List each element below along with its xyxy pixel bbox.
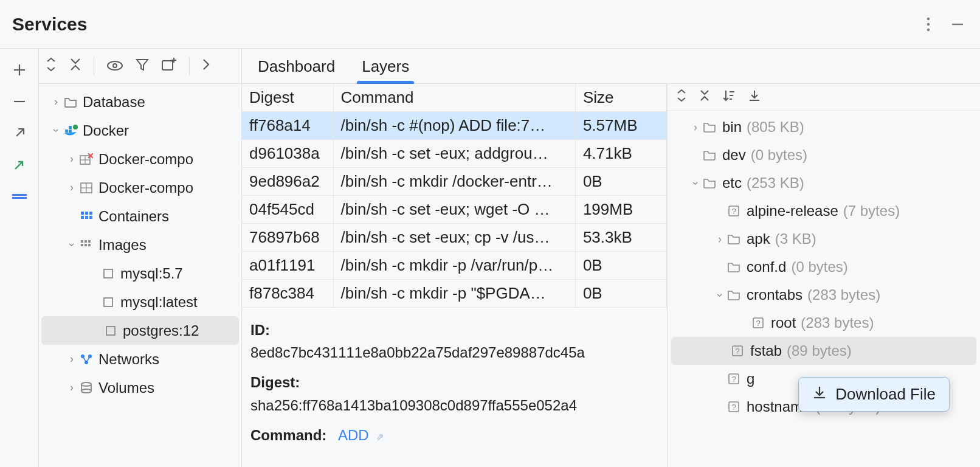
filter-icon[interactable] bbox=[136, 58, 149, 75]
services-tree: › Database › Docker › Docker-compo › Doc… bbox=[39, 84, 241, 467]
cell-digest: ff768a14 bbox=[242, 112, 333, 140]
ftree-item-fstab[interactable]: ? fstab (89 bytes) bbox=[671, 337, 976, 365]
ftree-item-crontabs[interactable]: › crontabs (283 bytes) bbox=[668, 281, 980, 309]
sort-icon[interactable] bbox=[722, 89, 736, 106]
chevron-right-icon: › bbox=[66, 381, 78, 394]
chevron-right-icon: › bbox=[689, 121, 702, 134]
svg-rect-29 bbox=[81, 216, 84, 219]
image-icon bbox=[100, 268, 117, 279]
ftree-item-dev[interactable]: dev (0 bytes) bbox=[668, 141, 980, 169]
collapse-all-icon[interactable] bbox=[69, 57, 81, 76]
ftree-item-root[interactable]: ? root (283 bytes) bbox=[668, 309, 980, 337]
ftree-size: (283 bytes) bbox=[801, 314, 874, 331]
tree-label: Images bbox=[98, 237, 147, 254]
volumes-icon bbox=[78, 382, 95, 394]
cell-command: /bin/sh -c set -eux; addgrou… bbox=[333, 140, 575, 168]
unknown-file-icon: ? bbox=[730, 345, 745, 357]
networks-icon bbox=[78, 354, 95, 365]
unknown-file-icon: ? bbox=[726, 205, 742, 217]
ftree-size: (805 KB) bbox=[747, 119, 804, 136]
tree-item-image-mysql57[interactable]: mysql:5.7 bbox=[39, 259, 241, 288]
svg-rect-34 bbox=[88, 240, 91, 243]
layer-row[interactable]: f878c384 /bin/sh -c mkdir -p "$PGDA… 0B bbox=[242, 280, 667, 308]
new-box-icon[interactable] bbox=[161, 58, 177, 75]
ftree-size: (0 bytes) bbox=[751, 147, 807, 164]
open-external-icon[interactable] bbox=[10, 124, 29, 142]
col-digest[interactable]: Digest bbox=[242, 84, 333, 112]
show-icon[interactable] bbox=[106, 58, 123, 75]
divider bbox=[94, 57, 94, 75]
tree-item-images[interactable]: › Images bbox=[39, 230, 241, 259]
tab-dashboard[interactable]: Dashboard bbox=[253, 50, 340, 83]
svg-rect-36 bbox=[85, 244, 87, 246]
svg-text:?: ? bbox=[731, 207, 736, 216]
ftree-item-confd[interactable]: conf.d (0 bytes) bbox=[668, 253, 980, 281]
ftree-size: (3 KB) bbox=[775, 230, 816, 247]
chevron-down-icon: › bbox=[714, 289, 726, 301]
chevron-down-icon: › bbox=[66, 239, 78, 251]
cell-digest: 9ed896a2 bbox=[242, 168, 333, 196]
attach-icon[interactable] bbox=[10, 156, 29, 174]
tree-item-image-mysql-latest[interactable]: mysql:latest bbox=[39, 288, 241, 316]
tree-label: Docker bbox=[83, 122, 129, 139]
add-icon[interactable] bbox=[10, 61, 29, 79]
layers-table: Digest Command Size ff768a14 /bin/sh -c … bbox=[242, 84, 667, 308]
cell-digest: a01f1191 bbox=[242, 252, 333, 280]
tree-label: postgres:12 bbox=[123, 322, 199, 339]
ftree-size: (253 KB) bbox=[747, 175, 804, 192]
layer-row[interactable]: 04f545cd /bin/sh -c set -eux; wget -O … … bbox=[242, 196, 667, 224]
tree-item-volumes[interactable]: › Volumes bbox=[39, 373, 241, 402]
tree-item-docker-compose-2[interactable]: › Docker-compo bbox=[39, 173, 241, 202]
tree-label: Docker-compo bbox=[98, 179, 193, 196]
layer-row[interactable]: ff768a14 /bin/sh -c #(nop) ADD file:7… 5… bbox=[242, 112, 667, 140]
ftree-label: crontabs bbox=[747, 286, 802, 303]
layer-row[interactable]: d961038a /bin/sh -c set -eux; addgrou… 4… bbox=[242, 140, 667, 168]
minimize-icon[interactable] bbox=[947, 14, 968, 35]
tree-label: Docker-compo bbox=[98, 151, 193, 168]
tree-item-networks[interactable]: › Networks bbox=[39, 345, 241, 373]
ftree-item-etc[interactable]: › etc (253 KB) bbox=[668, 169, 980, 197]
svg-rect-37 bbox=[88, 244, 91, 246]
more-vert-icon[interactable] bbox=[918, 14, 939, 35]
expand-collapse-icon[interactable] bbox=[676, 88, 687, 106]
tree-item-image-postgres12[interactable]: postgres:12 bbox=[41, 316, 239, 345]
svg-point-46 bbox=[81, 382, 91, 386]
chevron-right-icon[interactable] bbox=[202, 58, 210, 75]
collapse-all-icon[interactable] bbox=[699, 88, 710, 106]
svg-rect-14 bbox=[65, 130, 68, 133]
remove-icon[interactable] bbox=[10, 92, 29, 111]
tab-layers[interactable]: Layers bbox=[357, 50, 414, 83]
image-icon bbox=[100, 297, 117, 308]
chevron-right-icon: › bbox=[50, 95, 62, 108]
ftree-item-alpine-release[interactable]: ? alpine-release (7 bytes) bbox=[668, 197, 980, 225]
tree-label: Database bbox=[83, 94, 145, 111]
tree-item-docker-compose-1[interactable]: › Docker-compo bbox=[39, 145, 241, 173]
cell-size: 4.71kB bbox=[575, 140, 666, 168]
containers-icon bbox=[78, 211, 95, 222]
ftree-item-bin[interactable]: › bin (805 KB) bbox=[668, 113, 980, 141]
col-size[interactable]: Size bbox=[575, 84, 666, 112]
tree-item-docker[interactable]: › Docker bbox=[39, 116, 241, 145]
tree-item-containers[interactable]: Containers bbox=[39, 202, 241, 230]
svg-line-44 bbox=[83, 356, 86, 362]
folder-icon bbox=[702, 178, 717, 189]
chevron-right-icon: › bbox=[714, 233, 726, 246]
layer-row[interactable]: a01f1191 /bin/sh -c mkdir -p /var/run/p…… bbox=[242, 252, 667, 280]
svg-rect-8 bbox=[12, 197, 27, 199]
svg-text:?: ? bbox=[731, 403, 736, 412]
col-command[interactable]: Command bbox=[333, 84, 575, 112]
folder-icon bbox=[62, 97, 79, 108]
folder-icon bbox=[726, 289, 742, 300]
download-icon[interactable] bbox=[748, 89, 761, 106]
svg-line-45 bbox=[86, 356, 90, 362]
unknown-file-icon: ? bbox=[726, 373, 742, 385]
command-link[interactable]: ADD bbox=[338, 427, 369, 443]
tree-item-database[interactable]: › Database bbox=[39, 88, 241, 116]
layout-icon[interactable] bbox=[10, 187, 29, 206]
layer-row[interactable]: 9ed896a2 /bin/sh -c mkdir /docker-entr… … bbox=[242, 168, 667, 196]
layer-row[interactable]: 76897b68 /bin/sh -c set -eux; cp -v /us…… bbox=[242, 224, 667, 252]
download-file-menuitem[interactable]: Download File bbox=[835, 385, 936, 404]
cell-command: /bin/sh -c set -eux; cp -v /us… bbox=[333, 224, 575, 252]
expand-collapse-icon[interactable] bbox=[45, 57, 57, 76]
ftree-item-apk[interactable]: › apk (3 KB) bbox=[668, 225, 980, 253]
